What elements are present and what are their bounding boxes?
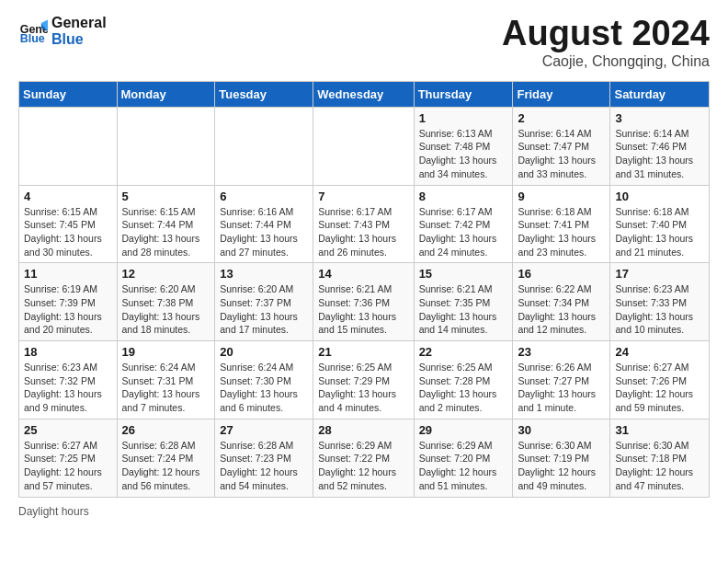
calendar-cell: 12Sunrise: 6:20 AM Sunset: 7:38 PM Dayli… (117, 263, 215, 341)
day-info: Sunrise: 6:24 AM Sunset: 7:31 PM Dayligh… (122, 361, 210, 415)
day-info: Sunrise: 6:15 AM Sunset: 7:45 PM Dayligh… (24, 205, 112, 259)
day-number: 23 (518, 345, 605, 359)
day-info: Sunrise: 6:28 AM Sunset: 7:24 PM Dayligh… (122, 439, 210, 493)
day-info: Sunrise: 6:30 AM Sunset: 7:19 PM Dayligh… (518, 439, 605, 493)
day-number: 21 (318, 345, 408, 359)
day-header-thursday: Thursday (414, 81, 513, 107)
calendar-cell: 14Sunrise: 6:21 AM Sunset: 7:36 PM Dayli… (313, 263, 414, 341)
calendar-table: SundayMondayTuesdayWednesdayThursdayFrid… (18, 81, 710, 498)
calendar-cell: 28Sunrise: 6:29 AM Sunset: 7:22 PM Dayli… (313, 419, 414, 497)
calendar-cell (117, 107, 215, 185)
day-info: Sunrise: 6:25 AM Sunset: 7:29 PM Dayligh… (318, 361, 408, 415)
day-number: 16 (518, 267, 605, 281)
calendar-cell: 29Sunrise: 6:29 AM Sunset: 7:20 PM Dayli… (414, 419, 513, 497)
day-number: 31 (615, 423, 704, 437)
calendar-cell: 6Sunrise: 6:16 AM Sunset: 7:44 PM Daylig… (215, 185, 313, 263)
calendar-cell: 3Sunrise: 6:14 AM Sunset: 7:46 PM Daylig… (610, 107, 710, 185)
day-header-wednesday: Wednesday (313, 81, 414, 107)
day-info: Sunrise: 6:28 AM Sunset: 7:23 PM Dayligh… (220, 439, 308, 493)
calendar-cell: 23Sunrise: 6:26 AM Sunset: 7:27 PM Dayli… (513, 341, 610, 419)
calendar-cell: 24Sunrise: 6:27 AM Sunset: 7:26 PM Dayli… (610, 341, 710, 419)
day-number: 22 (419, 345, 508, 359)
day-number: 27 (220, 423, 308, 437)
calendar-cell: 11Sunrise: 6:19 AM Sunset: 7:39 PM Dayli… (19, 263, 118, 341)
day-number: 28 (318, 423, 408, 437)
day-number: 10 (615, 190, 704, 203)
week-row-3: 11Sunrise: 6:19 AM Sunset: 7:39 PM Dayli… (19, 263, 710, 341)
day-number: 5 (122, 190, 210, 203)
day-info: Sunrise: 6:21 AM Sunset: 7:36 PM Dayligh… (318, 282, 408, 337)
day-header-friday: Friday (513, 81, 610, 107)
day-info: Sunrise: 6:14 AM Sunset: 7:46 PM Dayligh… (615, 127, 704, 181)
logo: General Blue General Blue (18, 15, 107, 49)
title-area: August 2024 Caojie, Chongqing, China (502, 15, 710, 70)
svg-text:Blue: Blue (20, 33, 45, 46)
day-number: 17 (615, 267, 704, 281)
calendar-cell: 26Sunrise: 6:28 AM Sunset: 7:24 PM Dayli… (117, 419, 215, 497)
day-number: 15 (419, 267, 508, 281)
day-number: 9 (518, 190, 605, 203)
day-number: 24 (615, 345, 704, 359)
day-number: 8 (419, 190, 508, 203)
calendar-cell: 19Sunrise: 6:24 AM Sunset: 7:31 PM Dayli… (117, 341, 215, 419)
day-info: Sunrise: 6:14 AM Sunset: 7:47 PM Dayligh… (518, 127, 605, 181)
calendar-cell: 25Sunrise: 6:27 AM Sunset: 7:25 PM Dayli… (19, 419, 118, 497)
day-number: 6 (220, 190, 308, 203)
calendar-cell: 21Sunrise: 6:25 AM Sunset: 7:29 PM Dayli… (313, 341, 414, 419)
logo-blue: Blue (51, 31, 107, 48)
day-number: 14 (318, 267, 408, 281)
calendar-cell: 7Sunrise: 6:17 AM Sunset: 7:43 PM Daylig… (313, 185, 414, 263)
day-info: Sunrise: 6:30 AM Sunset: 7:18 PM Dayligh… (615, 439, 704, 493)
day-info: Sunrise: 6:27 AM Sunset: 7:26 PM Dayligh… (615, 361, 704, 415)
calendar-cell: 15Sunrise: 6:21 AM Sunset: 7:35 PM Dayli… (414, 263, 513, 341)
day-number: 30 (518, 423, 605, 437)
day-info: Sunrise: 6:17 AM Sunset: 7:43 PM Dayligh… (318, 205, 408, 259)
day-number: 13 (220, 267, 308, 281)
day-header-monday: Monday (117, 81, 215, 107)
calendar-cell (215, 107, 313, 185)
calendar-cell: 2Sunrise: 6:14 AM Sunset: 7:47 PM Daylig… (513, 107, 610, 185)
calendar-cell (313, 107, 414, 185)
day-number: 19 (122, 345, 210, 359)
calendar-cell: 1Sunrise: 6:13 AM Sunset: 7:48 PM Daylig… (414, 107, 513, 185)
day-info: Sunrise: 6:29 AM Sunset: 7:20 PM Dayligh… (419, 439, 508, 493)
calendar-cell: 20Sunrise: 6:24 AM Sunset: 7:30 PM Dayli… (215, 341, 313, 419)
day-number: 3 (615, 111, 704, 125)
day-info: Sunrise: 6:16 AM Sunset: 7:44 PM Dayligh… (220, 205, 308, 259)
calendar-cell: 5Sunrise: 6:15 AM Sunset: 7:44 PM Daylig… (117, 185, 215, 263)
calendar-title: August 2024 (502, 15, 710, 53)
day-number: 12 (122, 267, 210, 281)
logo-icon: General Blue (18, 17, 48, 46)
day-number: 4 (24, 190, 112, 203)
day-number: 1 (419, 111, 508, 125)
day-number: 2 (518, 111, 605, 125)
week-row-2: 4Sunrise: 6:15 AM Sunset: 7:45 PM Daylig… (19, 185, 710, 263)
calendar-subtitle: Caojie, Chongqing, China (502, 53, 710, 70)
logo-general: General (51, 15, 107, 31)
day-info: Sunrise: 6:23 AM Sunset: 7:33 PM Dayligh… (615, 282, 704, 337)
day-info: Sunrise: 6:23 AM Sunset: 7:32 PM Dayligh… (24, 361, 112, 415)
calendar-cell (19, 107, 118, 185)
day-number: 11 (24, 267, 112, 281)
calendar-cell: 30Sunrise: 6:30 AM Sunset: 7:19 PM Dayli… (513, 419, 610, 497)
day-header-sunday: Sunday (19, 81, 118, 107)
day-number: 7 (318, 190, 408, 203)
header: General Blue General Blue August 2024 Ca… (18, 15, 710, 70)
day-number: 20 (220, 345, 308, 359)
day-info: Sunrise: 6:20 AM Sunset: 7:38 PM Dayligh… (122, 282, 210, 337)
day-info: Sunrise: 6:15 AM Sunset: 7:44 PM Dayligh… (122, 205, 210, 259)
calendar-cell: 8Sunrise: 6:17 AM Sunset: 7:42 PM Daylig… (414, 185, 513, 263)
day-info: Sunrise: 6:13 AM Sunset: 7:48 PM Dayligh… (419, 127, 508, 181)
calendar-cell: 17Sunrise: 6:23 AM Sunset: 7:33 PM Dayli… (610, 263, 710, 341)
header-row: SundayMondayTuesdayWednesdayThursdayFrid… (19, 81, 710, 107)
calendar-cell: 13Sunrise: 6:20 AM Sunset: 7:37 PM Dayli… (215, 263, 313, 341)
day-header-tuesday: Tuesday (215, 81, 313, 107)
day-info: Sunrise: 6:22 AM Sunset: 7:34 PM Dayligh… (518, 282, 605, 337)
day-info: Sunrise: 6:29 AM Sunset: 7:22 PM Dayligh… (318, 439, 408, 493)
calendar-cell: 27Sunrise: 6:28 AM Sunset: 7:23 PM Dayli… (215, 419, 313, 497)
calendar-cell: 18Sunrise: 6:23 AM Sunset: 7:32 PM Dayli… (19, 341, 118, 419)
day-info: Sunrise: 6:18 AM Sunset: 7:41 PM Dayligh… (518, 205, 605, 259)
calendar-cell: 22Sunrise: 6:25 AM Sunset: 7:28 PM Dayli… (414, 341, 513, 419)
day-info: Sunrise: 6:25 AM Sunset: 7:28 PM Dayligh… (419, 361, 508, 415)
day-info: Sunrise: 6:19 AM Sunset: 7:39 PM Dayligh… (24, 282, 112, 337)
